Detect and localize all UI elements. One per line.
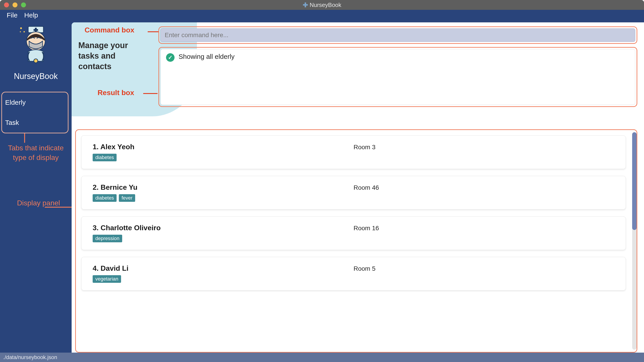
scrollbar-thumb[interactable]: [632, 132, 636, 230]
elderly-card[interactable]: 2. Bernice YudiabetesfeverRoom 46: [81, 176, 626, 210]
annotation-result-box: Result box: [98, 88, 134, 97]
display-panel-outline: 1. Alex YeohdiabetesRoom 32. Bernice Yud…: [75, 129, 637, 352]
result-box: ✓ Showing all elderly: [160, 49, 635, 105]
tabs-box: Elderly Task: [1, 92, 68, 133]
tag: vegetarian: [93, 275, 121, 283]
command-input[interactable]: [160, 28, 635, 42]
main-panel: Command box Manage your tasks and contac…: [72, 22, 644, 352]
tab-elderly[interactable]: Elderly: [2, 92, 68, 112]
card-title: 2. Bernice Yu: [93, 183, 354, 192]
menu-file[interactable]: File: [7, 12, 18, 19]
elderly-card[interactable]: 3. Charlotte OliveirodepressionRoom 16: [81, 216, 626, 250]
card-room: Room 16: [354, 224, 614, 232]
menubar: File Help: [0, 10, 644, 20]
app-icon: ✚: [303, 1, 308, 9]
close-window-button[interactable]: [4, 2, 9, 8]
svg-point-0: [20, 27, 22, 29]
maximize-window-button[interactable]: [21, 2, 26, 8]
minimize-window-button[interactable]: [12, 2, 18, 8]
tag: diabetes: [93, 154, 116, 161]
tag: diabetes: [93, 194, 116, 202]
annotation-tabs: Tabs that indicate type of display: [0, 143, 72, 162]
nurse-avatar-icon: [18, 25, 54, 65]
svg-point-1: [24, 31, 25, 32]
elderly-card[interactable]: 4. David LivegetarianRoom 5: [81, 257, 626, 291]
card-room: Room 5: [354, 264, 614, 272]
card-title: 4. David Li: [93, 264, 354, 272]
subtitle: Manage your tasks and contacts: [78, 40, 146, 72]
elderly-list[interactable]: 1. Alex YeohdiabetesRoom 32. Bernice Yud…: [78, 132, 631, 350]
tag: depression: [93, 235, 122, 242]
annotation-display-panel: Display panel: [0, 198, 72, 208]
card-room: Room 3: [354, 143, 614, 151]
card-room: Room 46: [354, 183, 614, 191]
app-name: NurseyBook: [14, 72, 58, 81]
window-title: NurseyBook: [310, 2, 342, 8]
tab-task[interactable]: Task: [2, 112, 68, 133]
elderly-card[interactable]: 1. Alex YeohdiabetesRoom 3: [81, 135, 626, 169]
result-box-outline: ✓ Showing all elderly: [158, 47, 637, 107]
svg-point-4: [34, 59, 38, 63]
success-icon: ✓: [166, 53, 174, 62]
command-box-outline: [158, 26, 637, 44]
status-path: ./data/nurseybook.json: [3, 354, 57, 360]
scrollbar[interactable]: [632, 132, 636, 350]
annotation-command-box: Command box: [84, 26, 134, 34]
result-text: Showing all elderly: [178, 53, 234, 60]
card-title: 1. Alex Yeoh: [93, 143, 354, 151]
tag: fever: [119, 194, 135, 202]
statusbar: ./data/nurseybook.json: [0, 352, 644, 362]
sidebar: NurseyBook Elderly Task Tabs that indica…: [0, 20, 72, 352]
card-title: 3. Charlotte Oliveiro: [93, 224, 354, 232]
titlebar: ✚ NurseyBook: [0, 0, 644, 10]
menu-help[interactable]: Help: [24, 12, 38, 19]
